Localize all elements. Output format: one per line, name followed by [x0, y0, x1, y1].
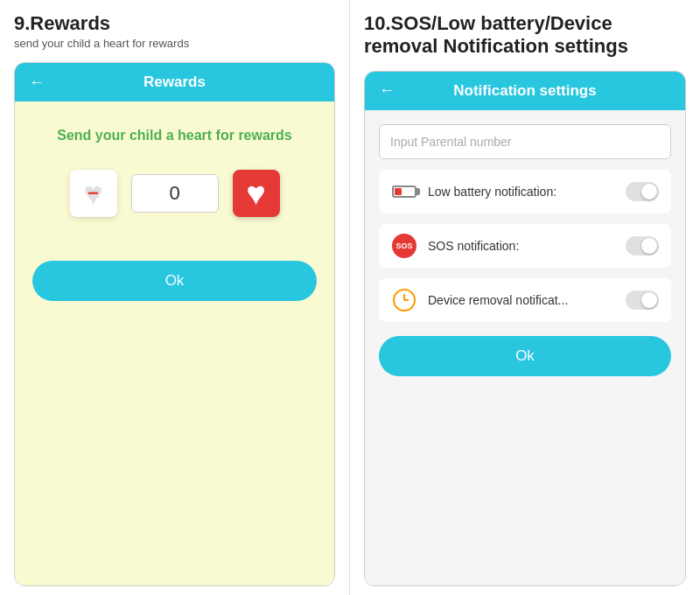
plus-icon: + [250, 182, 262, 205]
sos-icon: SOS [391, 233, 417, 259]
notification-phone-screen: ← Notification settings Input Parental n… [364, 71, 686, 586]
left-panel: 9.Rewards send your child a heart for re… [0, 0, 350, 595]
sos-row: SOS SOS notification: [379, 224, 671, 268]
device-removal-toggle[interactable] [626, 290, 659, 310]
left-header: 9.Rewards send your child a heart for re… [0, 0, 349, 53]
rewards-ok-button[interactable]: Ok [32, 261, 317, 301]
decrement-button[interactable]: ♥ − [70, 170, 117, 217]
rewards-screen-title: Rewards [55, 74, 294, 91]
device-removal-row: Device removal notificat... [379, 278, 671, 322]
increment-button[interactable]: ♥ + [233, 170, 280, 217]
left-section-subtitle: send your child a heart for rewards [14, 37, 335, 50]
minus-icon: − [88, 182, 99, 205]
sos-toggle[interactable] [626, 236, 659, 256]
notification-topbar: ← Notification settings [365, 72, 685, 110]
notification-ok-button[interactable]: Ok [379, 336, 671, 376]
rewards-counter: ♥ − 0 ♥ + [70, 170, 280, 217]
low-battery-row: Low battery notification: [379, 170, 671, 214]
battery-icon [391, 178, 417, 205]
notification-screen-title: Notification settings [405, 82, 645, 100]
rewards-message: Send your child a heart for rewards [57, 128, 292, 144]
rewards-back-button[interactable]: ← [29, 74, 45, 92]
notification-screen-body: Input Parental number Low battery notifi… [365, 110, 685, 585]
parental-number-input[interactable]: Input Parental number [379, 124, 671, 159]
right-header: 10.SOS/Low battery/Device removal Notifi… [350, 0, 700, 62]
low-battery-label: Low battery notification: [428, 185, 615, 199]
clock-icon [391, 287, 417, 313]
right-section-title: 10.SOS/Low battery/Device removal Notifi… [364, 12, 686, 59]
sos-label: SOS notification: [428, 239, 615, 253]
left-section-title: 9.Rewards [14, 12, 335, 35]
counter-display: 0 [131, 174, 219, 213]
rewards-phone-screen: ← Rewards Send your child a heart for re… [14, 62, 335, 586]
right-panel: 10.SOS/Low battery/Device removal Notifi… [350, 0, 700, 595]
low-battery-toggle[interactable] [626, 182, 659, 201]
device-removal-label: Device removal notificat... [428, 293, 615, 307]
rewards-topbar: ← Rewards [15, 63, 334, 102]
notification-back-button[interactable]: ← [379, 81, 395, 100]
rewards-screen-body: Send your child a heart for rewards ♥ − … [15, 102, 334, 585]
